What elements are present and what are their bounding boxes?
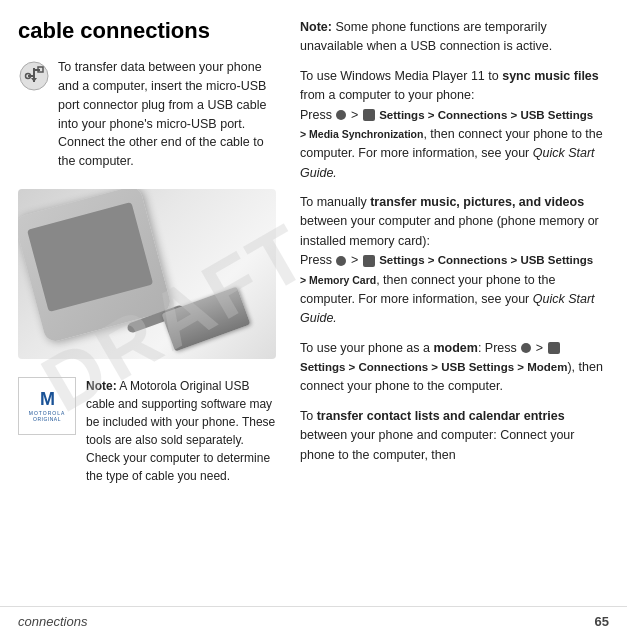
page-title: cable connections xyxy=(18,18,276,44)
center-button-icon-transfer xyxy=(336,256,346,266)
note-text-right: Some phone functions are temporarily una… xyxy=(300,20,552,53)
transfer-para: To manually transfer music, pictures, an… xyxy=(300,193,609,329)
settings-icon-transfer xyxy=(363,255,375,267)
right-content: Note: Some phone functions are temporari… xyxy=(300,18,609,475)
motorola-badge: M MOTOROLA ORIGINAL xyxy=(18,377,76,435)
footer: connections 65 xyxy=(0,606,627,636)
left-column: cable connections To transfer data betwe… xyxy=(0,0,290,636)
usb-icon xyxy=(18,60,50,92)
settings-icon-sync xyxy=(363,109,375,121)
sync-intro: To use Windows Media Player 11 to xyxy=(300,69,502,83)
calendar-bold: transfer contact lists and calendar entr… xyxy=(317,409,565,423)
modem-para: To use your phone as a modem: Press > Se… xyxy=(300,339,609,397)
motorola-logo-orig: ORIGINAL xyxy=(33,416,61,422)
note-label-right: Note: xyxy=(300,20,332,34)
center-button-icon-modem xyxy=(521,343,531,353)
footer-page-number: 65 xyxy=(595,614,609,629)
footer-chapter: connections xyxy=(18,614,87,629)
note-block: M MOTOROLA ORIGINAL Note: A Motorola Ori… xyxy=(18,377,276,485)
sync-para: To use Windows Media Player 11 to sync m… xyxy=(300,67,609,183)
transfer-text: between your computer and phone (phone m… xyxy=(300,214,599,247)
modem-intro: To use your phone as a xyxy=(300,341,433,355)
settings-icon-modem xyxy=(548,342,560,354)
note-label-left: Note: xyxy=(86,379,117,393)
transfer-bold: transfer music, pictures, and videos xyxy=(370,195,584,209)
modem-menu-path: Settings > Connections > USB Settings > … xyxy=(300,361,567,373)
phone-screen xyxy=(27,202,153,312)
note-para: Note: Some phone functions are temporari… xyxy=(300,18,609,57)
transfer-menu-path: Settings > Connections > USB Settings xyxy=(379,254,593,266)
sync-menu-path: Settings > Connections > USB Settings xyxy=(379,109,593,121)
calendar-intro: To xyxy=(300,409,317,423)
calendar-para: To transfer contact lists and calendar e… xyxy=(300,407,609,465)
transfer-intro: To manually xyxy=(300,195,370,209)
right-column: Note: Some phone functions are temporari… xyxy=(290,0,627,636)
center-button-icon-sync xyxy=(336,110,346,120)
modem-bold: modem xyxy=(433,341,477,355)
cable-image xyxy=(18,189,276,359)
intro-block: To transfer data between your phone and … xyxy=(18,58,276,171)
intro-text: To transfer data between your phone and … xyxy=(58,58,276,171)
transfer-submenu: > Memory Card xyxy=(300,274,376,286)
cable-plug xyxy=(162,286,251,351)
calendar-text: between your phone and computer: Connect… xyxy=(300,428,574,461)
press-label-transfer: Press xyxy=(300,253,332,267)
sync-bold: sync music files xyxy=(502,69,599,83)
modem-text: : Press xyxy=(478,341,520,355)
motorola-logo-m: M xyxy=(40,389,54,410)
note-text-left: Note: A Motorola Original USB cable and … xyxy=(86,377,276,485)
sync-submenu: > Media Synchronization xyxy=(300,128,423,140)
page: DRAFT cable connections To transfer data… xyxy=(0,0,627,636)
press-label-sync: Press xyxy=(300,108,332,122)
sync-text: from a computer to your phone: xyxy=(300,88,474,102)
cable-image-bg xyxy=(18,189,276,359)
